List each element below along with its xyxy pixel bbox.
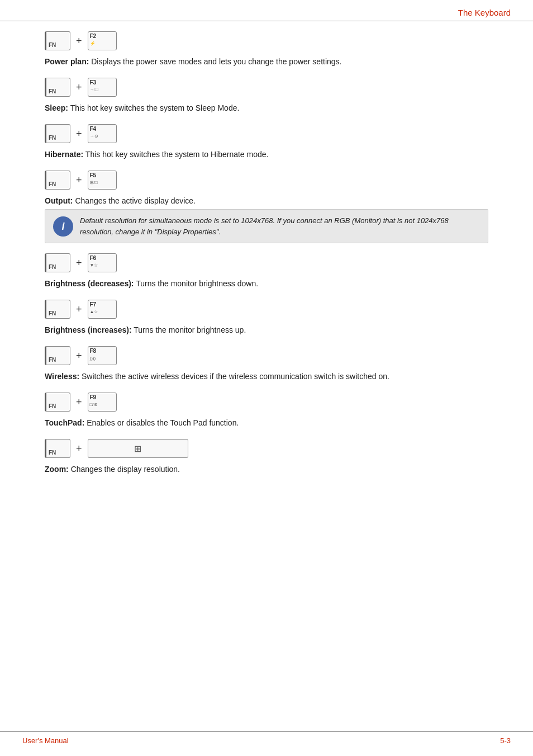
desc-bold-hibernate: Hibernate: [45,150,83,159]
section-output: FN+F5⊞/□Output: Changes the active displ… [45,171,488,243]
f-key-wireless: F8)))) [88,346,117,365]
section-sleep: FN+F3→☐Sleep: This hot key switches the … [45,78,488,114]
f-key-output: F5⊞/□ [88,171,117,190]
plus-zoom: + [76,443,82,455]
section-zoom: FN+⊞Zoom: Changes the display resolution… [45,439,488,475]
desc-power-plan: Power plan: Displays the power save mode… [45,56,488,68]
fn-key-brightness-up: FN [45,300,70,319]
desc-rest-output: Changes the active display device. [73,196,196,205]
key-combo-power-plan: FN+F2⚡ [45,31,488,50]
f-key-brightness-down: F6▼☆ [88,253,117,272]
fn-key-brightness-down: FN [45,253,70,272]
fn-key-wireless: FN [45,346,70,365]
section-power-plan: FN+F2⚡Power plan: Displays the power sav… [45,31,488,68]
f-key-touchpad: F9□/⊛ [88,393,117,412]
desc-rest-hibernate: This hot key switches the system to Hibe… [83,150,268,159]
plus-hibernate: + [76,128,82,140]
plus-wireless: + [76,350,82,362]
key-combo-hibernate: FN+F4→⊙ [45,124,488,143]
desc-rest-brightness-up: Turns the monitor brightness up. [132,325,246,334]
desc-bold-output: Output: [45,196,73,205]
desc-output: Output: Changes the active display devic… [45,195,488,207]
key-combo-output: FN+F5⊞/□ [45,171,488,190]
fn-key-hibernate: FN [45,124,70,143]
f-key-brightness-up: F7▲☆ [88,300,117,319]
desc-bold-brightness-down: Brightness (decreases): [45,279,134,288]
desc-bold-power-plan: Power plan: [45,57,89,66]
desc-bold-brightness-up: Brightness (increases): [45,325,132,334]
zoom-key: ⊞ [88,439,188,458]
section-brightness-up: FN+F7▲☆Brightness (increases): Turns the… [45,300,488,336]
desc-brightness-down: Brightness (decreases): Turns the monito… [45,278,488,290]
key-combo-zoom: FN+⊞ [45,439,488,458]
f-key-power-plan: F2⚡ [88,31,117,50]
plus-power-plan: + [76,35,82,47]
desc-rest-zoom: Changes the display resolution. [69,465,180,474]
desc-wireless: Wireless: Switches the active wireless d… [45,371,488,382]
fn-key-touchpad: FN [45,393,70,412]
page-header: The Keyboard [0,0,533,21]
desc-rest-power-plan: Displays the power save modes and lets y… [89,57,341,66]
fn-key-zoom: FN [45,439,70,458]
desc-rest-brightness-down: Turns the monitor brightness down. [134,279,259,288]
header-title: The Keyboard [458,8,511,17]
info-box-output: iDefault resolution for simultaneous mod… [45,209,488,243]
desc-bold-zoom: Zoom: [45,465,69,474]
section-hibernate: FN+F4→⊙Hibernate: This hot key switches … [45,124,488,160]
fn-key-sleep: FN [45,78,70,97]
fn-key-power-plan: FN [45,31,70,50]
plus-touchpad: + [76,396,82,408]
desc-hibernate: Hibernate: This hot key switches the sys… [45,149,488,160]
key-combo-brightness-down: FN+F6▼☆ [45,253,488,272]
desc-bold-sleep: Sleep: [45,103,68,112]
page-footer: User's Manual 5-3 [0,731,533,745]
desc-sleep: Sleep: This hot key switches the system … [45,102,488,114]
fn-key-output: FN [45,171,70,190]
desc-bold-touchpad: TouchPad: [45,418,84,427]
desc-rest-sleep: This hot key switches the system to Slee… [68,103,239,112]
section-brightness-down: FN+F6▼☆Brightness (decreases): Turns the… [45,253,488,290]
f-key-sleep: F3→☐ [88,78,117,97]
key-combo-sleep: FN+F3→☐ [45,78,488,97]
footer-left: User's Manual [22,736,69,745]
key-combo-wireless: FN+F8)))) [45,346,488,365]
footer-right: 5-3 [500,736,511,745]
section-touchpad: FN+F9□/⊛TouchPad: Enables or disables th… [45,393,488,429]
desc-rest-touchpad: Enables or disables the Touch Pad functi… [84,418,239,427]
desc-touchpad: TouchPad: Enables or disables the Touch … [45,417,488,429]
key-combo-brightness-up: FN+F7▲☆ [45,300,488,319]
info-icon: i [53,216,73,237]
info-text-output: Default resolution for simultaneous mode… [80,215,480,237]
desc-rest-wireless: Switches the active wireless devices if … [79,372,389,381]
desc-brightness-up: Brightness (increases): Turns the monito… [45,324,488,336]
desc-zoom: Zoom: Changes the display resolution. [45,464,488,475]
section-wireless: FN+F8))))Wireless: Switches the active w… [45,346,488,382]
page-content: FN+F2⚡Power plan: Displays the power sav… [0,21,533,508]
plus-brightness-up: + [76,304,82,315]
plus-output: + [76,174,82,186]
plus-sleep: + [76,82,82,93]
desc-bold-wireless: Wireless: [45,372,79,381]
f-key-hibernate: F4→⊙ [88,124,117,143]
key-combo-touchpad: FN+F9□/⊛ [45,393,488,412]
plus-brightness-down: + [76,257,82,269]
